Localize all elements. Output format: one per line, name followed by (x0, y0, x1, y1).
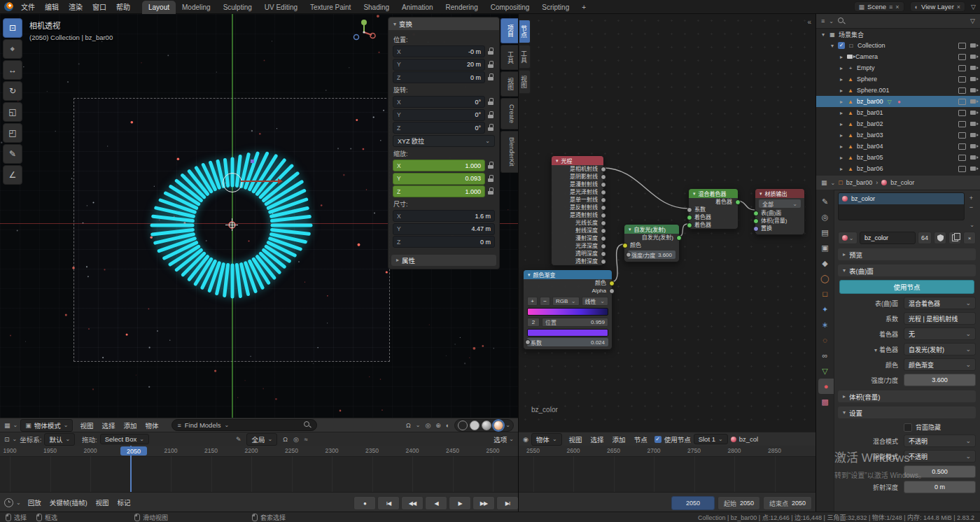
dimensions-z-field[interactable]: Z0 m (393, 236, 495, 248)
breadcrumb-object[interactable]: bz_bar00 (846, 179, 873, 186)
sidebar-tab-节点[interactable]: 节点 (519, 20, 531, 43)
unlink-material-icon[interactable]: × (963, 232, 976, 244)
disable-render-icon[interactable] (970, 99, 976, 104)
ramp-color-output[interactable]: 颜色 (524, 279, 612, 287)
end-frame-field[interactable]: 结束点2050 (763, 496, 812, 510)
editor-type-icon[interactable]: ▦ (4, 422, 10, 429)
sidebar-collapse-icon[interactable]: « (807, 18, 811, 26)
volume-panel-header[interactable]: ▸ 体积(音量) (838, 390, 976, 402)
disable-render-icon[interactable] (970, 155, 976, 160)
sidebar-tab-视图[interactable]: 视图 (519, 70, 531, 94)
sidebar-tab-create[interactable]: Create (500, 98, 518, 129)
strength-socket[interactable] (626, 252, 631, 258)
input-socket[interactable] (753, 211, 759, 216)
location-x-field[interactable]: X-0 m (393, 45, 485, 57)
outliner-item-bz_bar06[interactable]: ▸▲bz_bar06 (816, 163, 980, 174)
interpolation-dropdown[interactable]: 线性⌄ (582, 297, 609, 306)
texture-properties-tab[interactable]: ▩ (816, 394, 834, 409)
light-path-output[interactable]: 是透射射线 (552, 211, 603, 219)
world-properties-tab[interactable]: ◯ (816, 271, 834, 286)
lock-icon[interactable] (488, 124, 495, 132)
sidebar-tab-blenderkit[interactable]: BlenderKit (500, 131, 518, 173)
hide-viewport-icon[interactable] (958, 76, 966, 83)
timeline[interactable]: 1900195020002100215022002250230023502400… (0, 446, 816, 492)
hide-viewport-icon[interactable] (958, 99, 966, 105)
color-ramp-node[interactable]: ▾ 颜色渐变 颜色 Alpha + − RGB⌄ 线性⌄ 2 (523, 269, 612, 350)
outliner-item-bz_bar03[interactable]: ▸▲bz_bar03 (816, 129, 980, 141)
transform-tool[interactable]: ◰ (3, 123, 22, 143)
wireframe-shading-icon[interactable] (458, 421, 468, 430)
color-socket[interactable] (609, 281, 615, 286)
light-path-output[interactable]: 是单一射线 (552, 196, 603, 204)
remove-slot-icon[interactable]: − (969, 204, 973, 211)
sidebar-tab-项目[interactable]: 项目 (500, 18, 518, 43)
shader-type-icon[interactable]: ◉ (523, 436, 528, 443)
light-path-output[interactable]: 透明深度 (552, 250, 603, 258)
disable-render-icon[interactable] (970, 167, 976, 171)
emission-node-header[interactable]: ▾ 自发光(发射) (624, 225, 679, 234)
location-y-field[interactable]: Y20 m (393, 59, 485, 71)
mix-shader-input[interactable]: 系数 (689, 206, 738, 213)
workspace-tab-animation[interactable]: Animation (396, 1, 439, 14)
strength-field[interactable]: 3.600 (904, 374, 976, 386)
emission-output[interactable]: 自发光(发射) (624, 234, 679, 241)
menu-选择[interactable]: 选择 (97, 419, 119, 432)
play-reverse-button[interactable]: ◀ (425, 496, 447, 510)
ramp-alpha-output[interactable]: Alpha (524, 287, 612, 295)
proportional-edit-icon[interactable]: ◎ (425, 422, 430, 429)
backface-culling-checkbox[interactable] (904, 423, 912, 432)
dimensions-x-field[interactable]: X1.6 m (393, 210, 495, 222)
outliner-item-Empty[interactable]: ▸+Empty (816, 62, 980, 73)
navigation-gizmo[interactable] (350, 18, 378, 46)
blenderkit-search[interactable]: ≡ Find Models ⌄ (172, 419, 317, 431)
fac-field[interactable]: 光程 | 是相机射线 (904, 312, 976, 325)
menu-节点[interactable]: 节点 (630, 433, 652, 446)
search-icon[interactable] (304, 421, 311, 428)
value-socket[interactable] (601, 190, 606, 195)
disable-render-icon[interactable] (970, 88, 976, 92)
material-shading-icon[interactable] (482, 421, 491, 430)
value-socket[interactable] (601, 244, 606, 249)
light-path-output[interactable]: 光线长度 (552, 219, 603, 227)
menu-文件[interactable]: 文件 (16, 0, 40, 13)
stop-position-field[interactable]: 位置 0.959 (542, 318, 608, 327)
jump-to-end-button[interactable]: ▶I (496, 496, 519, 510)
location-z-field[interactable]: Z0 m (393, 71, 485, 83)
workspace-tab-compositing[interactable]: Compositing (484, 1, 536, 14)
lock-icon[interactable] (488, 111, 495, 119)
rotation-mode-dropdown[interactable]: XYZ 欧拉 ⌄ (393, 135, 495, 147)
drag-mode-dropdown[interactable]: Select Box ⌄ (100, 434, 149, 444)
disable-render-icon[interactable] (970, 66, 976, 70)
rotate-tool[interactable]: ↻ (3, 81, 22, 101)
menu-帮助[interactable]: 帮助 (111, 0, 135, 13)
physics-properties-tab[interactable]: ◌ (816, 332, 834, 348)
empty-object[interactable] (223, 173, 242, 192)
menu-关键帧(插帧)[interactable]: 关键帧(插帧) (46, 496, 92, 509)
material-output-input[interactable]: 表(曲)面 (755, 209, 804, 217)
overlays-icon[interactable]: ◐ (446, 422, 449, 429)
annotate-icon[interactable]: ✎ (236, 436, 241, 443)
measure-tool[interactable]: ∠ (3, 165, 22, 185)
menu-编辑[interactable]: 编辑 (40, 0, 64, 13)
sidebar-tab-视图[interactable]: 视图 (500, 71, 518, 97)
sidebar-tab-工具[interactable]: 工具 (519, 45, 531, 69)
options-menu[interactable]: 选项 (493, 435, 507, 444)
remove-stop-button[interactable]: − (540, 297, 550, 306)
light-path-output[interactable]: 漫射深度 (552, 234, 603, 242)
move-tool[interactable]: ↔ (3, 60, 22, 80)
hide-viewport-icon[interactable] (958, 43, 966, 49)
disable-render-icon[interactable] (970, 122, 976, 126)
shader-socket[interactable] (676, 235, 682, 241)
falloff-icon[interactable]: ≈ (304, 436, 308, 443)
material-output-input[interactable]: 置换 (755, 225, 804, 232)
light-path-output[interactable]: 透射深度 (552, 258, 603, 265)
workspace-tab-modeling[interactable]: Modeling (176, 1, 217, 14)
current-frame-badge[interactable]: 2050 (120, 446, 147, 456)
workspace-tab-shading[interactable]: Shading (357, 1, 396, 14)
scene-properties-tab[interactable]: ◆ (816, 255, 834, 271)
cursor-tool[interactable]: ⌖ (3, 39, 22, 59)
lock-icon[interactable] (488, 162, 495, 169)
mix-shader-node[interactable]: ▾ 混合着色器 着色器 系数着色器着色器 (688, 188, 738, 230)
transform-panel-header[interactable]: ▾ 变换 (388, 17, 499, 30)
shadow-mode-dropdown[interactable]: 不透明⌄ (904, 450, 976, 463)
